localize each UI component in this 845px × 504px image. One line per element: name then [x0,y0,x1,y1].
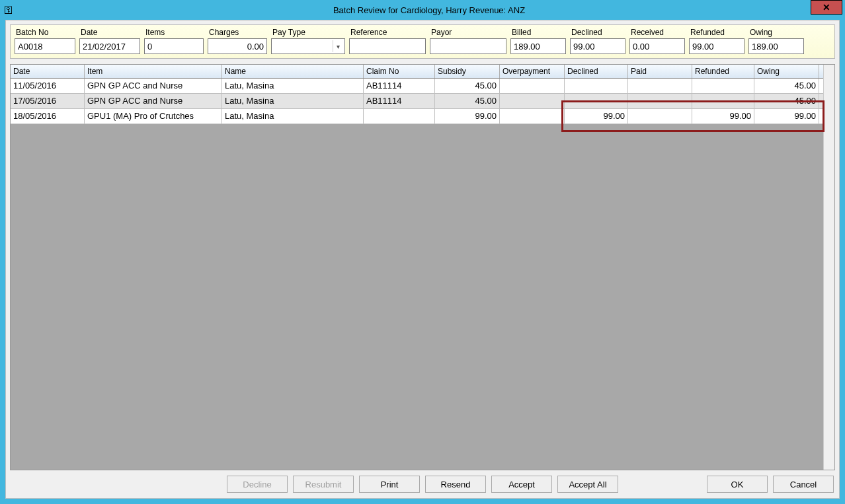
cell-subsidy: 45.00 [435,79,500,93]
close-icon: ✕ [823,3,830,12]
refunded-label: Refunded [689,28,744,37]
reference-input[interactable] [349,38,426,54]
reference-label: Reference [349,28,426,37]
close-button[interactable]: ✕ [811,0,842,15]
date-label: Date [79,28,140,37]
accept-all-button[interactable]: Accept All [557,476,618,493]
cell-overpayment [500,79,565,93]
pay-type-label: Pay Type [271,28,345,37]
col-date[interactable]: Date [11,65,85,78]
date-input[interactable] [79,38,140,54]
owing-label: Owing [748,28,804,37]
cell-subsidy: 99.00 [435,109,500,124]
cell-date: 17/05/2016 [11,94,85,108]
col-paid[interactable]: Paid [628,65,692,78]
batch-no-input[interactable] [15,38,75,54]
cell-name: Latu, Masina [222,79,364,93]
pay-type-select[interactable]: ▾ [271,38,345,54]
cell-date: 11/05/2016 [11,79,85,93]
cell-claimno: AB11114 [364,79,435,93]
received-input[interactable] [629,38,685,54]
cell-item: GPN GP ACC and Nurse [85,79,222,93]
cell-claimno [364,109,435,124]
cell-paid [628,94,692,108]
cell-paid [628,79,692,93]
col-overpayment[interactable]: Overpayment [500,65,565,78]
col-refunded[interactable]: Refunded [692,65,754,78]
accept-button[interactable]: Accept [491,476,552,493]
cell-refunded [692,79,754,93]
titlebar[interactable]: ⚿ Batch Review for Cardiology, Harry Rev… [0,0,845,20]
window-title: Batch Review for Cardiology, Harry Reven… [13,5,845,15]
chevron-down-icon: ▾ [333,40,343,52]
col-item[interactable]: Item [85,65,222,78]
cell-refunded [692,94,754,108]
cell-subsidy: 45.00 [435,94,500,108]
declined-input[interactable] [570,38,625,54]
col-declined[interactable]: Declined [565,65,628,78]
cell-owing: 45.00 [754,79,819,93]
payor-input[interactable] [430,38,506,54]
client-area: Batch No Date Items Charges Pay Type ▾ [5,20,840,499]
charges-label: Charges [208,28,267,37]
col-claimno[interactable]: Claim No [364,65,435,78]
items-label: Items [144,28,204,37]
window-frame: ⚿ Batch Review for Cardiology, Harry Rev… [0,0,845,504]
billed-label: Billed [510,28,566,37]
cell-name: Latu, Masina [222,109,364,124]
charges-input[interactable] [208,38,267,54]
cell-declined [565,79,628,93]
cell-declined [565,94,628,108]
button-bar: Decline Resubmit Print Resend Accept Acc… [10,470,835,494]
owing-input[interactable] [748,38,804,54]
vertical-scrollbar[interactable] [823,65,834,470]
cell-name: Latu, Masina [222,94,364,108]
resend-button[interactable]: Resend [425,476,486,493]
cell-owing: 45.00 [754,94,819,108]
col-subsidy[interactable]: Subsidy [435,65,500,78]
grid-body: 11/05/2016 GPN GP ACC and Nurse Latu, Ma… [11,79,834,124]
batch-no-label: Batch No [15,28,75,37]
table-row[interactable]: 18/05/2016 GPU1 (MA) Pro of Crutches Lat… [11,109,834,124]
table-row[interactable]: 11/05/2016 GPN GP ACC and Nurse Latu, Ma… [11,79,834,94]
table-row[interactable]: 17/05/2016 GPN GP ACC and Nurse Latu, Ma… [11,94,834,109]
payor-label: Payor [430,28,506,37]
grid-header: Date Item Name Claim No Subsidy Overpaym… [11,65,834,79]
cell-owing: 99.00 [754,109,819,124]
col-owing[interactable]: Owing [754,65,819,78]
refunded-input[interactable] [689,38,744,54]
grid: Date Item Name Claim No Subsidy Overpaym… [10,64,835,470]
cell-item: GPU1 (MA) Pro of Crutches [85,109,222,124]
cancel-button[interactable]: Cancel [773,476,834,493]
received-label: Received [629,28,685,37]
cell-overpayment [500,109,565,124]
declined-label: Declined [570,28,625,37]
cell-claimno: AB11114 [364,94,435,108]
cell-declined: 99.00 [565,109,628,124]
cell-paid [628,109,692,124]
cell-item: GPN GP ACC and Nurse [85,94,222,108]
cell-overpayment [500,94,565,108]
summary-strip: Batch No Date Items Charges Pay Type ▾ [10,24,835,59]
key-icon: ⚿ [4,5,13,15]
print-button[interactable]: Print [359,476,420,493]
items-input[interactable] [144,38,204,54]
cell-date: 18/05/2016 [11,109,85,124]
decline-button[interactable]: Decline [227,476,288,493]
col-name[interactable]: Name [222,65,364,78]
ok-button[interactable]: OK [707,476,768,493]
billed-input[interactable] [510,38,566,54]
resubmit-button[interactable]: Resubmit [293,476,354,493]
cell-refunded: 99.00 [692,109,754,124]
